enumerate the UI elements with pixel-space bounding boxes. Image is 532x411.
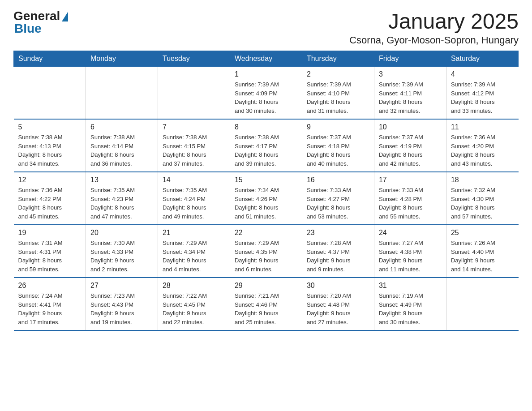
calendar-cell: 29Sunrise: 7:21 AM Sunset: 4:46 PM Dayli… (230, 278, 302, 330)
calendar-cell (14, 67, 86, 120)
calendar-subtitle: Csorna, Gyor-Moson-Sopron, Hungary (349, 34, 519, 46)
day-number: 16 (307, 176, 369, 184)
day-number: 19 (18, 229, 81, 237)
day-info: Sunrise: 7:30 AM Sunset: 4:33 PM Dayligh… (90, 239, 153, 274)
calendar-cell: 28Sunrise: 7:22 AM Sunset: 4:45 PM Dayli… (158, 278, 230, 330)
day-number: 3 (379, 70, 442, 78)
day-info: Sunrise: 7:36 AM Sunset: 4:22 PM Dayligh… (18, 186, 81, 221)
calendar-cell: 18Sunrise: 7:32 AM Sunset: 4:30 PM Dayli… (446, 172, 518, 225)
day-number: 23 (307, 229, 369, 237)
day-info: Sunrise: 7:38 AM Sunset: 4:14 PM Dayligh… (90, 133, 153, 168)
day-info: Sunrise: 7:20 AM Sunset: 4:48 PM Dayligh… (307, 291, 369, 326)
day-number: 2 (307, 70, 369, 78)
day-info: Sunrise: 7:39 AM Sunset: 4:10 PM Dayligh… (307, 80, 369, 115)
day-number: 30 (307, 282, 369, 290)
day-info: Sunrise: 7:21 AM Sunset: 4:46 PM Dayligh… (235, 291, 297, 326)
day-header-tuesday: Tuesday (158, 51, 230, 67)
day-header-friday: Friday (374, 51, 446, 67)
day-header-sunday: Sunday (14, 51, 86, 67)
logo: General Blue (13, 9, 68, 36)
day-number: 18 (451, 176, 514, 184)
title-area: January 2025 Csorna, Gyor-Moson-Sopron, … (349, 9, 519, 46)
day-header-saturday: Saturday (446, 51, 518, 67)
day-info: Sunrise: 7:38 AM Sunset: 4:17 PM Dayligh… (235, 133, 297, 168)
day-number: 22 (235, 229, 297, 237)
calendar-cell: 25Sunrise: 7:26 AM Sunset: 4:40 PM Dayli… (446, 225, 518, 278)
calendar-cell: 6Sunrise: 7:38 AM Sunset: 4:14 PM Daylig… (86, 119, 158, 172)
day-number: 25 (451, 229, 514, 237)
calendar-cell: 22Sunrise: 7:29 AM Sunset: 4:35 PM Dayli… (230, 225, 302, 278)
day-info: Sunrise: 7:35 AM Sunset: 4:23 PM Dayligh… (90, 186, 153, 221)
day-number: 5 (18, 123, 81, 131)
day-number: 11 (451, 123, 514, 131)
day-info: Sunrise: 7:37 AM Sunset: 4:19 PM Dayligh… (379, 133, 442, 168)
day-number: 26 (18, 282, 81, 290)
calendar-cell: 2Sunrise: 7:39 AM Sunset: 4:10 PM Daylig… (302, 67, 374, 120)
calendar-cell: 27Sunrise: 7:23 AM Sunset: 4:43 PM Dayli… (86, 278, 158, 330)
day-info: Sunrise: 7:38 AM Sunset: 4:13 PM Dayligh… (18, 133, 81, 168)
day-header-thursday: Thursday (302, 51, 374, 67)
week-row-3: 12Sunrise: 7:36 AM Sunset: 4:22 PM Dayli… (14, 172, 519, 225)
day-header-wednesday: Wednesday (230, 51, 302, 67)
week-row-4: 19Sunrise: 7:31 AM Sunset: 4:31 PM Dayli… (14, 225, 519, 278)
calendar-cell: 17Sunrise: 7:33 AM Sunset: 4:28 PM Dayli… (374, 172, 446, 225)
day-number: 15 (235, 176, 297, 184)
calendar-cell: 12Sunrise: 7:36 AM Sunset: 4:22 PM Dayli… (14, 172, 86, 225)
calendar-cell: 8Sunrise: 7:38 AM Sunset: 4:17 PM Daylig… (230, 119, 302, 172)
day-info: Sunrise: 7:26 AM Sunset: 4:40 PM Dayligh… (451, 239, 514, 274)
logo-triangle-icon (62, 12, 68, 21)
calendar-cell (446, 278, 518, 330)
day-number: 7 (163, 123, 225, 131)
day-info: Sunrise: 7:36 AM Sunset: 4:20 PM Dayligh… (451, 133, 514, 168)
day-info: Sunrise: 7:38 AM Sunset: 4:15 PM Dayligh… (163, 133, 225, 168)
calendar-cell: 20Sunrise: 7:30 AM Sunset: 4:33 PM Dayli… (86, 225, 158, 278)
day-info: Sunrise: 7:29 AM Sunset: 4:35 PM Dayligh… (235, 239, 297, 274)
day-info: Sunrise: 7:39 AM Sunset: 4:11 PM Dayligh… (379, 80, 442, 115)
day-number: 24 (379, 229, 442, 237)
calendar-cell: 26Sunrise: 7:24 AM Sunset: 4:41 PM Dayli… (14, 278, 86, 330)
calendar-cell: 3Sunrise: 7:39 AM Sunset: 4:11 PM Daylig… (374, 67, 446, 120)
day-number: 31 (379, 282, 442, 290)
day-number: 20 (90, 229, 153, 237)
day-info: Sunrise: 7:33 AM Sunset: 4:27 PM Dayligh… (307, 186, 369, 221)
day-number: 4 (451, 70, 514, 78)
day-header-row: SundayMondayTuesdayWednesdayThursdayFrid… (14, 51, 519, 67)
day-number: 13 (90, 176, 153, 184)
week-row-5: 26Sunrise: 7:24 AM Sunset: 4:41 PM Dayli… (14, 278, 519, 330)
day-info: Sunrise: 7:23 AM Sunset: 4:43 PM Dayligh… (90, 291, 153, 326)
calendar-cell (86, 67, 158, 120)
day-info: Sunrise: 7:39 AM Sunset: 4:09 PM Dayligh… (235, 80, 297, 115)
header: General Blue January 2025 Csorna, Gyor-M… (13, 9, 519, 46)
calendar-cell: 15Sunrise: 7:34 AM Sunset: 4:26 PM Dayli… (230, 172, 302, 225)
calendar-cell: 11Sunrise: 7:36 AM Sunset: 4:20 PM Dayli… (446, 119, 518, 172)
calendar-cell: 9Sunrise: 7:37 AM Sunset: 4:18 PM Daylig… (302, 119, 374, 172)
day-info: Sunrise: 7:39 AM Sunset: 4:12 PM Dayligh… (451, 80, 514, 115)
day-number: 12 (18, 176, 81, 184)
calendar-cell: 10Sunrise: 7:37 AM Sunset: 4:19 PM Dayli… (374, 119, 446, 172)
week-row-1: 1Sunrise: 7:39 AM Sunset: 4:09 PM Daylig… (14, 67, 519, 120)
day-info: Sunrise: 7:24 AM Sunset: 4:41 PM Dayligh… (18, 291, 81, 326)
day-info: Sunrise: 7:28 AM Sunset: 4:37 PM Dayligh… (307, 239, 369, 274)
day-info: Sunrise: 7:32 AM Sunset: 4:30 PM Dayligh… (451, 186, 514, 221)
day-number: 17 (379, 176, 442, 184)
day-info: Sunrise: 7:35 AM Sunset: 4:24 PM Dayligh… (163, 186, 225, 221)
calendar-cell (158, 67, 230, 120)
day-number: 27 (90, 282, 153, 290)
day-info: Sunrise: 7:33 AM Sunset: 4:28 PM Dayligh… (379, 186, 442, 221)
calendar-cell: 7Sunrise: 7:38 AM Sunset: 4:15 PM Daylig… (158, 119, 230, 172)
day-header-monday: Monday (86, 51, 158, 67)
calendar-cell: 21Sunrise: 7:29 AM Sunset: 4:34 PM Dayli… (158, 225, 230, 278)
day-number: 10 (379, 123, 442, 131)
calendar-cell: 5Sunrise: 7:38 AM Sunset: 4:13 PM Daylig… (14, 119, 86, 172)
day-number: 8 (235, 123, 297, 131)
day-number: 28 (163, 282, 225, 290)
day-info: Sunrise: 7:29 AM Sunset: 4:34 PM Dayligh… (163, 239, 225, 274)
calendar-cell: 16Sunrise: 7:33 AM Sunset: 4:27 PM Dayli… (302, 172, 374, 225)
day-info: Sunrise: 7:37 AM Sunset: 4:18 PM Dayligh… (307, 133, 369, 168)
day-info: Sunrise: 7:27 AM Sunset: 4:38 PM Dayligh… (379, 239, 442, 274)
day-number: 9 (307, 123, 369, 131)
logo-blue-text: Blue (14, 21, 42, 36)
day-number: 21 (163, 229, 225, 237)
calendar-title: January 2025 (349, 9, 519, 34)
calendar-cell: 14Sunrise: 7:35 AM Sunset: 4:24 PM Dayli… (158, 172, 230, 225)
